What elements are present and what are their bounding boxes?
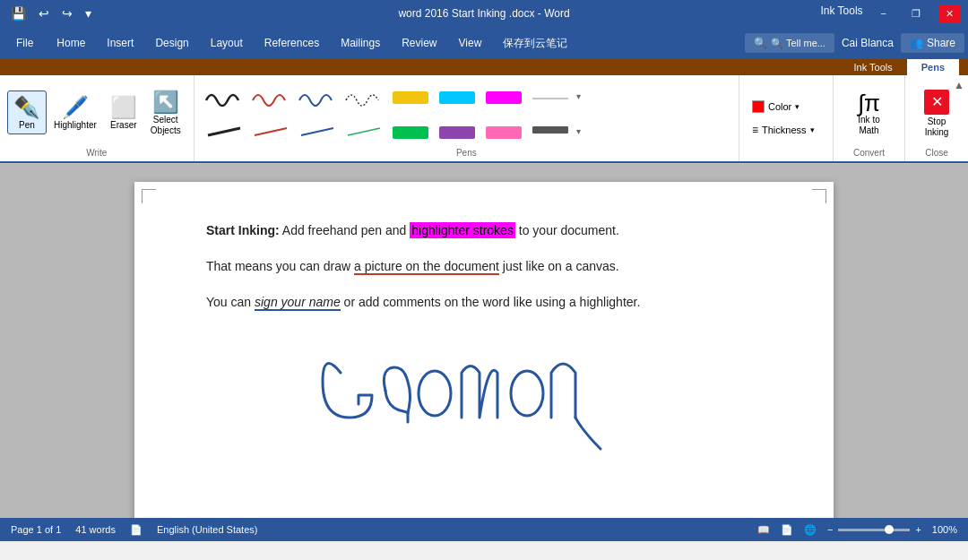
pen-cyan-fill[interactable] [435,80,480,112]
pen-red-wavy[interactable] [248,80,293,112]
minimize-button[interactable]: − [874,4,894,23]
pen-dark-wavy[interactable] [341,80,386,112]
pen-magenta-fill[interactable] [481,80,526,112]
paragraph-1: Start Inking: Add freehand pen and highl… [206,218,762,243]
share-button[interactable]: 👥 Share [901,33,964,53]
statusbar: Page 1 of 1 41 words 📄 English (United S… [0,518,968,541]
svg-rect-0 [393,91,428,104]
window-title: word 2016 Start Inking .docx - Word [398,7,569,20]
ribbon-content: ✒️ Pen 🖊️ Highlighter ⬜ Eraser ↖️ Select… [0,75,968,163]
color-label: Color [768,101,791,112]
status-icon: 📄 [130,524,143,536]
share-icon: 👥 [910,37,923,49]
print-layout-icon[interactable]: 📄 [781,524,793,536]
titlebar: 💾 ↩ ↪ ▾ word 2016 Start Inking .docx - W… [0,0,968,27]
svg-point-13 [511,371,543,416]
page-info: Page 1 of 1 [11,524,61,535]
pen-gray-thin[interactable] [528,80,573,112]
eraser-button[interactable]: ⬜ Eraser [104,91,143,134]
select-objects-button[interactable]: ↖️ SelectObjects [145,86,186,140]
eraser-label: Eraser [110,120,136,130]
pen-yellow-fill[interactable] [388,80,433,112]
pen-green-straight[interactable] [341,115,386,147]
zoom-thumb [885,525,894,534]
close-button[interactable]: ✕ [938,4,961,23]
pen-black-wavy[interactable] [202,80,246,112]
ink-tools-title: Ink Tools [820,4,862,23]
pen-pink-fill[interactable] [481,115,526,147]
insert-tab[interactable]: Insert [96,27,144,59]
color-button[interactable]: Color ▾ [747,98,825,116]
page-corner-tr [812,189,826,203]
view-tab[interactable]: View [448,27,493,59]
pen-blue-wavy[interactable] [295,80,340,112]
stop-inking-button[interactable]: ✕ StopInking [919,86,955,142]
handwriting-svg [314,332,654,476]
underline-red: a picture on the document [354,259,499,275]
highlighter-label: Highlighter [54,120,97,130]
highlighter-button[interactable]: 🖊️ Highlighter [48,91,102,134]
select-objects-label: SelectObjects [151,115,181,136]
share-label: Share [927,37,955,49]
pens-tab[interactable]: Pens [907,59,959,75]
zoom-slider[interactable] [838,529,910,531]
user-name: Cai Blanca [842,37,894,49]
ribbon-right: 🔍 🔍 Tell me... Cai Blanca 👥 Share [745,33,964,53]
references-tab[interactable]: References [254,27,330,59]
home-tab[interactable]: Home [46,27,96,59]
svg-line-4 [208,128,240,135]
page-corner-tl [142,189,156,203]
pen-label: Pen [19,120,35,130]
write-tools: ✒️ Pen 🖊️ Highlighter ⬜ Eraser ↖️ Select… [7,79,186,146]
pen-dark-fill[interactable] [528,115,573,147]
zoom-in-button[interactable]: + [915,524,920,535]
convert-group-label: Convert [853,148,885,158]
paragraph-1-rest: Add freehand pen and [282,223,410,237]
write-group-label: Write [7,148,186,158]
math-icon: ∫π [858,91,880,115]
chevron-down-icon-2[interactable]: ▾ [576,126,581,136]
pens-scroll-down[interactable]: ▾ [575,80,583,112]
pens-row2-scroll[interactable]: ▾ [575,115,583,147]
chevron-down-icon[interactable]: ▾ [576,91,581,101]
restore-button[interactable]: ❐ [904,4,928,23]
paragraph-3: You can sign your name or add comments o… [206,289,762,314]
zoom-out-button[interactable]: − [827,524,833,535]
write-group: ✒️ Pen 🖊️ Highlighter ⬜ Eraser ↖️ Select… [0,75,194,161]
read-mode-icon[interactable]: 📖 [757,524,770,536]
pen-blue-straight[interactable] [295,115,340,147]
tell-me-button[interactable]: 🔍 🔍 Tell me... [745,33,834,53]
ink-to-math-button[interactable]: ∫π Ink toMath [852,88,886,140]
undo-button[interactable]: ↩ [35,4,53,22]
thickness-button[interactable]: ≡ Thickness ▾ [747,121,825,139]
qat-more-button[interactable]: ▾ [82,4,95,22]
zoom-control: − + [827,524,921,535]
pen-button[interactable]: ✒️ Pen [7,90,47,134]
pen-red-straight[interactable] [248,115,293,147]
cloud-notes-tab[interactable]: 保存到云笔记 [492,27,578,59]
paragraph-2-text: That means you can draw a picture on the… [206,259,619,275]
eraser-icon: ⬜ [110,95,137,120]
design-tab[interactable]: Design [144,27,199,59]
ink-tools-tab[interactable]: Ink Tools [839,59,906,75]
zoom-level: 100% [932,524,957,535]
pen-green-fill[interactable] [388,115,433,147]
save-button[interactable]: 💾 [7,4,30,22]
svg-rect-2 [486,91,522,104]
options-group: Color ▾ ≡ Thickness ▾ [739,75,834,161]
color-swatch [752,100,765,113]
mailings-tab[interactable]: Mailings [330,27,391,59]
pen-purple-fill[interactable] [435,115,480,147]
document-text: Start Inking: Add freehand pen and highl… [206,218,762,314]
review-tab[interactable]: Review [391,27,447,59]
svg-point-12 [419,371,451,416]
web-view-icon[interactable]: 🌐 [804,524,817,536]
layout-tab[interactable]: Layout [200,27,254,59]
document-page: Start Inking: Add freehand pen and highl… [134,182,834,518]
pen-icon: ✒️ [13,95,40,120]
pen-black-straight[interactable] [202,115,246,147]
ribbon-collapse-button[interactable]: ▲ [954,79,964,91]
file-tab[interactable]: File [4,27,46,59]
redo-button[interactable]: ↪ [58,4,76,22]
convert-content: ∫π Ink toMath [852,79,886,148]
